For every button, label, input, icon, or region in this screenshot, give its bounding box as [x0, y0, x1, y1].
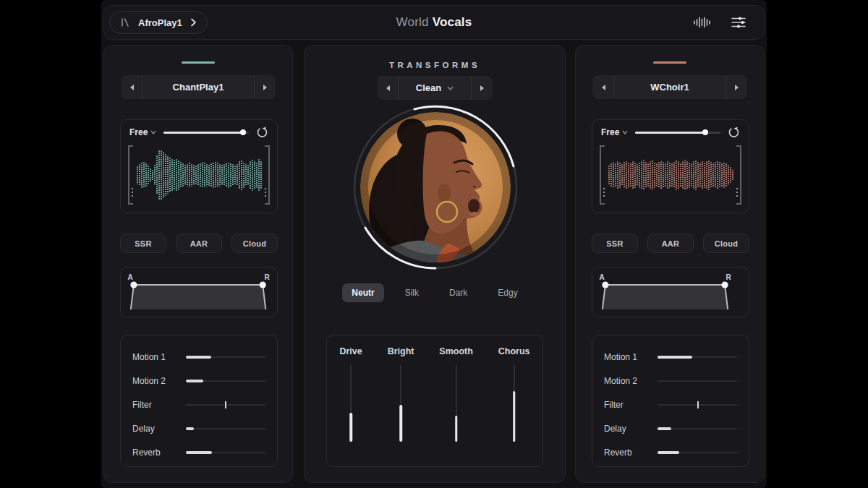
trim-handle-right[interactable] [736, 145, 741, 205]
waveform-bar [195, 166, 197, 184]
wave-position-slider[interactable] [163, 132, 249, 134]
audio-wave-button[interactable] [693, 15, 710, 30]
waveform-bar [608, 166, 610, 184]
next-preset-button[interactable] [254, 75, 276, 99]
voice-panel-left: ChantPlay1 Free [103, 45, 293, 483]
slider-tick-handle[interactable] [225, 401, 226, 408]
waveform-bar [610, 163, 612, 187]
slider-fill [658, 451, 679, 454]
plugin-window: AfroPlay1 World Vocals [101, 0, 767, 488]
voice-preset-selector: WChoir1 [592, 75, 747, 99]
waveform-bar [169, 158, 171, 192]
waveform-bar [224, 164, 225, 186]
transform-preset-selector: Clean [377, 76, 493, 100]
ssr-button[interactable]: SSR [592, 234, 638, 253]
cloud-button[interactable]: Cloud [231, 234, 278, 253]
global-preset-button[interactable]: AfroPlay1 [109, 11, 208, 34]
waveform-bar [260, 161, 262, 189]
reverb-slider[interactable] [658, 452, 737, 453]
wave-position-slider[interactable] [635, 132, 720, 134]
filter-slider[interactable] [186, 404, 265, 406]
mixer-settings-button[interactable] [731, 15, 746, 30]
motion-1-slider[interactable] [658, 356, 737, 358]
fx-slider-label: Motion 2 [132, 376, 186, 386]
transform-preset-label[interactable]: Clean [399, 82, 471, 93]
waveform-bar [247, 165, 249, 185]
motion-1-slider[interactable] [186, 356, 265, 358]
prev-transform-button[interactable] [377, 76, 399, 100]
delay-slider[interactable] [658, 428, 737, 429]
waveform-bar [652, 160, 653, 190]
waveform-bar [200, 163, 201, 187]
style-chip-silk[interactable]: Silk [396, 283, 428, 302]
waveform-bar [167, 156, 169, 194]
cloud-button[interactable]: Cloud [703, 234, 749, 253]
smooth-vertical-slider[interactable] [454, 365, 459, 442]
waveform-body [128, 144, 270, 206]
waveform-bar [206, 164, 208, 187]
motion-2-slider[interactable] [186, 380, 265, 382]
waveform-display [135, 144, 263, 206]
fx-slider-row: Delay [592, 416, 749, 440]
waveform-bar [141, 163, 142, 188]
playmode-dropdown[interactable]: Free [129, 127, 156, 137]
waveform-bar [139, 164, 140, 186]
wave-position-handle[interactable] [240, 129, 246, 135]
waveform-bar [230, 163, 231, 187]
waveform-bar [239, 161, 240, 189]
aar-button[interactable]: AAR [647, 234, 694, 253]
loop-button[interactable] [256, 127, 268, 138]
fx-slider-row: Delay [121, 416, 277, 440]
style-chip-edgy[interactable]: Edgy [488, 283, 527, 302]
bright-vertical-slider[interactable] [399, 365, 403, 442]
topbar-actions [693, 15, 746, 30]
trim-handle-left[interactable] [128, 145, 133, 205]
loop-button[interactable] [728, 127, 740, 138]
waveform-bar [715, 162, 716, 188]
voice-preset-label[interactable]: ChantPlay1 [142, 82, 254, 93]
source-buttons: SSRAARCloud [592, 234, 749, 253]
envelope-card: A R [120, 267, 278, 317]
drive-vertical-slider[interactable] [349, 365, 353, 442]
fx-slider-row: Filter [121, 393, 277, 416]
slider-tick-handle[interactable] [697, 401, 699, 408]
reverb-slider[interactable] [186, 452, 265, 453]
voice-preset-label[interactable]: WChoir1 [614, 82, 726, 93]
trim-handle-left[interactable] [600, 145, 605, 205]
waveform-bar [204, 163, 205, 187]
prev-preset-button[interactable] [592, 75, 614, 99]
aar-button[interactable]: AAR [176, 234, 222, 253]
next-preset-button[interactable] [726, 75, 747, 99]
delay-slider[interactable] [186, 428, 265, 429]
caret-down-icon [150, 130, 156, 134]
playmode-dropdown[interactable]: Free [601, 127, 628, 137]
fx-sliders-card: Motion 1Motion 2FilterDelayReverb [120, 335, 278, 467]
waveform-bar [706, 161, 707, 189]
next-transform-button[interactable] [471, 76, 493, 100]
waveform-bar [704, 163, 705, 188]
waveform-display [607, 144, 734, 206]
style-chip-dark[interactable]: Dark [440, 283, 477, 302]
ar-envelope[interactable] [125, 273, 273, 315]
waveform-bar [256, 163, 258, 188]
fx-slider-label: Motion 1 [132, 352, 186, 362]
waveform-bar [154, 165, 156, 185]
filter-slider[interactable] [658, 404, 737, 406]
waveform-bar [637, 164, 638, 186]
prev-preset-button[interactable] [121, 75, 142, 99]
voice-panel-right: WChoir1 Free [575, 45, 765, 483]
waveform-bar [658, 162, 660, 188]
fx-slider-label: Filter [132, 400, 186, 410]
trim-handle-right[interactable] [265, 145, 270, 205]
waveform-bar [686, 161, 688, 189]
style-chip-neutr[interactable]: Neutr [342, 283, 383, 302]
waveform-bar [243, 163, 244, 188]
waveform-bar [176, 159, 177, 191]
wave-position-handle[interactable] [702, 129, 708, 135]
ssr-button[interactable]: SSR [120, 234, 166, 253]
motion-2-slider[interactable] [658, 380, 737, 382]
ar-envelope[interactable] [597, 273, 744, 315]
chorus-vertical-slider[interactable] [512, 365, 516, 442]
waveform-bar [721, 163, 723, 187]
waveform-bar [137, 166, 138, 184]
